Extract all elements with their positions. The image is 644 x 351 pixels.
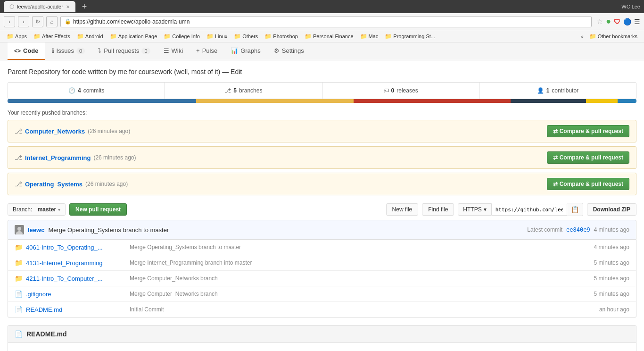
back-button[interactable]: ‹: [4, 16, 15, 27]
bookmark-label: After Effects: [42, 33, 70, 39]
bookmark-linux[interactable]: 📁 Linux: [204, 32, 230, 41]
bookmark-label: Mac: [369, 33, 379, 39]
nav-settings[interactable]: ⚙ Settings: [267, 42, 311, 60]
bookmark-android[interactable]: 📁 Android: [74, 32, 106, 41]
branch-alert-2: ⎇ Internet_Programming (26 minutes ago) …: [8, 146, 636, 169]
nav-graphs[interactable]: 📊 Graphs: [224, 42, 267, 60]
extension-icon-3[interactable]: 🔵: [623, 18, 631, 25]
commit-time: 4 minutes ago: [594, 226, 629, 233]
extension-icon-1[interactable]: ●: [606, 17, 611, 26]
nav-code[interactable]: <> Code: [8, 42, 45, 60]
branch-selector-label: Branch:: [13, 206, 32, 213]
bookmark-after-effects[interactable]: 📁 After Effects: [31, 32, 73, 41]
extension-icon-2[interactable]: 🛡: [614, 18, 620, 25]
folder-icon: 📁: [385, 33, 392, 40]
commit-author[interactable]: leewc: [28, 226, 44, 234]
address-bar[interactable]: 🔒 https://github.com/leewc/apollo-academ…: [60, 16, 592, 27]
clipboard-button[interactable]: 📋: [567, 203, 583, 216]
file-name-5[interactable]: README.md: [26, 306, 120, 313]
active-tab[interactable]: ⬡ leewc/apollo-acader ✕: [4, 1, 75, 12]
contributors-stat[interactable]: 👤 1 contributor: [479, 83, 636, 99]
folder-icon: 📁: [33, 33, 41, 40]
branch-name[interactable]: Operating_Systems: [25, 181, 83, 188]
file-time-5: an hour ago: [582, 306, 629, 313]
browser-toolbar: ‹ › ↻ ⌂ 🔒 https://github.com/leewc/apoll…: [0, 13, 644, 30]
wiki-icon: ☰: [164, 47, 169, 54]
clone-url-group: HTTPS ▾ 📋: [458, 203, 583, 216]
chevron-down-icon: ▾: [58, 207, 60, 212]
branches-label: branches: [239, 87, 262, 94]
branch-selector[interactable]: Branch: master ▾: [8, 203, 66, 216]
file-row: 📁 4211-Intro_To_Computer_... Merge Compu…: [8, 271, 636, 286]
repo-description: Parent Repository for code written by me…: [8, 68, 636, 75]
bookmark-label: Programming St...: [393, 33, 435, 39]
compare-pull-request-button-1[interactable]: ⇄ Compare & pull request: [547, 125, 629, 137]
compare-pull-request-button-3[interactable]: ⇄ Compare & pull request: [547, 178, 629, 190]
tab-close-button[interactable]: ✕: [66, 4, 70, 9]
extension-icon-4[interactable]: ☰: [634, 18, 640, 25]
document-icon: 📄: [15, 306, 22, 313]
bookmark-apps[interactable]: 📁 Apps: [4, 32, 30, 41]
bookmark-star-button[interactable]: ☆: [596, 17, 603, 26]
nav-wiki[interactable]: ☰ Wiki: [157, 42, 190, 60]
lang-segment-1: [8, 99, 196, 103]
file-name-3[interactable]: 4211-Intro_To_Computer_...: [26, 275, 120, 282]
forward-button[interactable]: ›: [18, 16, 29, 27]
branch-alert-left: ⎇ Operating_Systems (26 minutes ago): [15, 180, 128, 188]
nav-pulse[interactable]: + Pulse: [190, 42, 224, 60]
commit-sha[interactable]: ee840e9: [566, 226, 590, 233]
clone-url-input[interactable]: [492, 204, 567, 216]
bookmark-college-info[interactable]: 📁 College Info: [161, 32, 203, 41]
new-file-button[interactable]: New file: [386, 203, 419, 216]
bookmark-label: Personal Finance: [313, 33, 354, 39]
folder-icon: 📁: [15, 243, 22, 251]
file-name-2[interactable]: 4131-Internet_Programming: [26, 259, 120, 267]
user-label: WC Lee: [621, 4, 640, 9]
file-commit-4: Merge Computer_Networks branch: [120, 291, 582, 297]
branch-icon: ⎇: [15, 180, 22, 188]
compare-icon: ⇄: [553, 154, 558, 161]
new-tab-button[interactable]: +: [82, 2, 87, 12]
bookmark-programming[interactable]: 📁 Programming St...: [382, 32, 438, 41]
folder-icon: 📁: [206, 33, 214, 40]
https-selector[interactable]: HTTPS ▾: [458, 203, 491, 216]
folder-icon: 📁: [264, 33, 272, 40]
nav-issues[interactable]: ℹ Issues 0: [45, 42, 92, 60]
nav-pulls[interactable]: ⤵ Pull requests 0: [91, 42, 157, 60]
file-time-2: 5 minutes ago: [582, 259, 629, 266]
new-pull-request-button[interactable]: New pull request: [69, 203, 127, 216]
download-zip-button[interactable]: Download ZIP: [587, 203, 636, 216]
file-toolbar: Branch: master ▾ New pull request New fi…: [8, 199, 636, 220]
branch-name[interactable]: Computer_Networks: [25, 128, 85, 135]
more-bookmarks-button[interactable]: »: [579, 33, 586, 40]
contributors-icon: 👤: [537, 87, 544, 94]
contributors-label: contributor: [552, 87, 578, 94]
compare-pull-request-button-2[interactable]: ⇄ Compare & pull request: [547, 151, 629, 164]
file-commit-1: Merge Operating_Systems branch to master: [120, 244, 582, 251]
tab-favicon: ⬡: [9, 3, 14, 10]
bookmark-personal-finance[interactable]: 📁 Personal Finance: [302, 32, 356, 41]
releases-stat[interactable]: 🏷 0 releases: [322, 83, 479, 99]
lock-icon: 🔒: [65, 18, 71, 25]
github-page: <> Code ℹ Issues 0 ⤵ Pull requests 0 ☰ W…: [0, 42, 644, 351]
lang-segment-3: [354, 99, 511, 103]
file-row: 📁 4061-Intro_To_Operating_... Merge Oper…: [8, 240, 636, 255]
issues-icon: ℹ: [52, 47, 54, 54]
recently-pushed-label: Your recently pushed branches:: [8, 109, 636, 116]
bookmark-application-page[interactable]: 📁 Application Page: [107, 32, 160, 41]
branches-stat[interactable]: ⎇ 5 branches: [165, 83, 322, 99]
file-commit-3: Merge Computer_Networks branch: [120, 275, 582, 282]
bookmark-photoshop[interactable]: 📁 Photoshop: [262, 32, 301, 41]
branch-name[interactable]: Internet_Programming: [25, 154, 91, 161]
bookmark-others[interactable]: 📁 Others: [231, 32, 261, 41]
home-button[interactable]: ⌂: [46, 16, 58, 27]
other-bookmarks[interactable]: 📁 Other bookmarks: [586, 32, 640, 41]
commits-stat[interactable]: 🕐 4 commits: [8, 83, 165, 99]
reload-button[interactable]: ↻: [32, 16, 43, 27]
file-name-4[interactable]: .gitignore: [26, 291, 120, 298]
find-file-button[interactable]: Find file: [422, 203, 454, 216]
bookmark-mac[interactable]: 📁 Mac: [357, 32, 381, 41]
commit-row-right: Latest commit ee840e9 4 minutes ago: [527, 226, 629, 233]
file-name-1[interactable]: 4061-Intro_To_Operating_...: [26, 244, 120, 251]
readme-section: 📄 README.md: [8, 325, 636, 351]
